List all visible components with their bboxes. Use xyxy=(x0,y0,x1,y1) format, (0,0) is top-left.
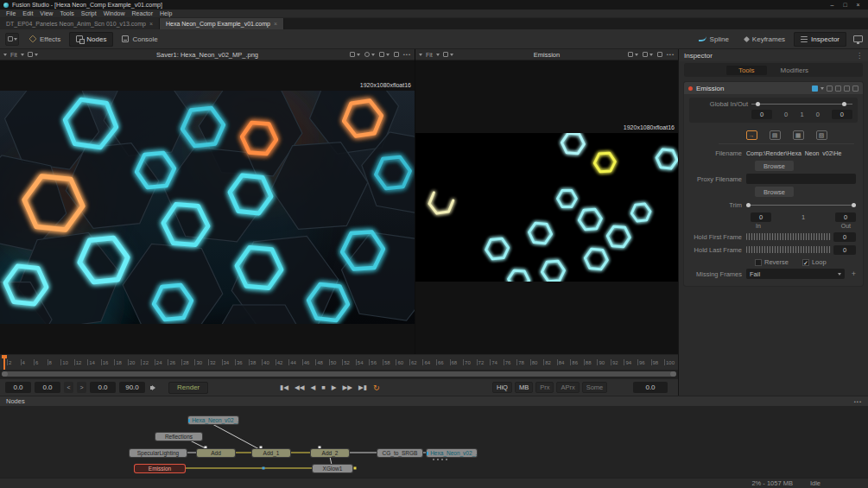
hold-last-field[interactable]: 0 xyxy=(833,245,856,255)
nodes-panel-menu-button[interactable]: ••• xyxy=(854,399,862,404)
comp-tab[interactable]: DT_EP04_Paneles Neon_Anim_Scn 010_v13.co… xyxy=(0,18,160,29)
node-canvas[interactable]: Hexa_Neon_v02_..ReflectionsSpecularLight… xyxy=(0,406,868,478)
lock-icon[interactable] xyxy=(827,86,833,92)
loop-button[interactable]: ↻ xyxy=(373,383,380,392)
add-modifier-button[interactable]: + xyxy=(852,269,856,278)
lut-select[interactable] xyxy=(364,51,375,58)
node-xglow1[interactable]: XGlow1 xyxy=(313,465,352,472)
print-icon[interactable] xyxy=(844,86,850,92)
tab-tools[interactable]: Tools xyxy=(726,66,767,75)
goto-start-button[interactable]: ▮◀ xyxy=(280,383,288,391)
maximize-button[interactable]: □ xyxy=(839,0,852,10)
zoom-select[interactable]: Fit xyxy=(10,52,17,58)
roi-button[interactable] xyxy=(657,52,662,57)
close-button[interactable]: × xyxy=(852,0,865,10)
node-section-header[interactable]: Emission xyxy=(684,82,863,94)
timeline-scrollbar-handle[interactable] xyxy=(2,371,676,377)
subtab-settings-icon[interactable]: ▧ xyxy=(816,130,827,140)
proxy-filename-field[interactable] xyxy=(746,174,856,184)
stop-button[interactable]: ■ xyxy=(321,383,326,391)
timeline-scrollbar[interactable] xyxy=(0,370,678,378)
inspector-menu-icon[interactable]: ⋮ xyxy=(856,52,863,60)
toolbar-nodes-button[interactable]: Nodes xyxy=(69,32,113,47)
node-hexa-neon-v02-[interactable]: Hexa_Neon_v02_.. xyxy=(427,449,477,457)
menu-item-script[interactable]: Script xyxy=(78,10,100,18)
menu-item-edit[interactable]: Edit xyxy=(19,10,36,18)
hold-first-field[interactable]: 0 xyxy=(833,232,856,242)
step-back-button[interactable]: < xyxy=(64,382,73,393)
trim-slider[interactable] xyxy=(746,201,856,208)
quality-mb-toggle[interactable]: MB xyxy=(515,382,533,393)
reset-icon[interactable] xyxy=(852,86,858,92)
node-connector[interactable] xyxy=(263,467,265,470)
pencil-icon[interactable] xyxy=(835,86,841,92)
fast-forward-button[interactable]: ▶▶ xyxy=(343,383,353,391)
tab-modifiers[interactable]: Modifiers xyxy=(769,66,820,75)
node-add-1[interactable]: Add_1 xyxy=(252,449,290,457)
dual-monitor-icon[interactable] xyxy=(853,35,863,42)
menu-item-window[interactable]: Window xyxy=(100,10,129,18)
zoom-select[interactable]: Fit xyxy=(426,52,433,58)
range-end-field[interactable]: 90.0 xyxy=(119,382,145,393)
play-reverse-button[interactable]: ◀ xyxy=(310,383,315,391)
viewer-menu-caret-icon[interactable] xyxy=(3,54,7,58)
grid-select[interactable] xyxy=(379,51,390,58)
audio-speaker-icon[interactable] xyxy=(150,385,158,390)
filename-value[interactable]: Comp:\Render\Hexa_Neon_v02\He xyxy=(746,150,842,156)
subview-select[interactable] xyxy=(443,51,453,58)
render-start-field[interactable]: 0.0 xyxy=(5,382,31,393)
step-forward-button[interactable]: > xyxy=(77,382,86,393)
current-frame-field[interactable]: 0.0 xyxy=(633,382,668,393)
subtab-format-icon[interactable]: ▦ xyxy=(793,130,804,140)
menu-item-tools[interactable]: Tools xyxy=(56,10,77,18)
quality-prx-toggle[interactable]: Prx xyxy=(535,382,554,393)
loop-checkbox[interactable]: ✓ Loop xyxy=(802,258,827,266)
zoom-caret-icon[interactable] xyxy=(436,54,440,58)
tab-close-icon[interactable]: × xyxy=(274,21,277,27)
playhead-marker[interactable] xyxy=(3,355,5,370)
timeline-ruler[interactable]: 2468101214161820222426283032343638404244… xyxy=(0,354,678,370)
render-end-field[interactable]: 0.0 xyxy=(35,382,60,393)
toolbar-options-button[interactable] xyxy=(5,33,19,46)
menu-item-help[interactable]: Help xyxy=(156,10,175,18)
tab-close-icon[interactable]: × xyxy=(149,21,153,27)
node-specularlighting[interactable]: SpecularLighting xyxy=(130,449,187,457)
trim-in-field[interactable]: 0 xyxy=(751,212,771,222)
node-add[interactable]: Add xyxy=(197,449,235,457)
render-button[interactable]: Render xyxy=(168,382,208,394)
checkbox-box[interactable]: ✓ xyxy=(802,259,809,266)
hold-last-thumbwheel[interactable] xyxy=(746,246,831,253)
viewer-menu-button[interactable]: ••• xyxy=(667,52,675,57)
quality-aprx-toggle[interactable]: APrx xyxy=(556,382,579,393)
channel-select[interactable] xyxy=(628,51,638,58)
roi-button[interactable] xyxy=(394,52,399,57)
toolbar-spline-button[interactable]: Spline xyxy=(692,32,736,47)
toolbar-inspector-button[interactable]: Inspector xyxy=(794,32,846,47)
menu-item-view[interactable]: View xyxy=(36,10,56,18)
subview-select[interactable] xyxy=(28,51,38,58)
node-cg-to-srgb[interactable]: CG_to_SRGB xyxy=(377,449,422,457)
toolbar-keyframes-button[interactable]: Keyframes xyxy=(738,32,792,47)
global-out-handle[interactable] xyxy=(842,102,846,106)
subtab-file-icon[interactable]: → xyxy=(746,130,757,140)
viewer-right-canvas[interactable]: 1920x1080xfloat16 xyxy=(415,60,678,354)
node-hexa-neon-v02-[interactable]: Hexa_Neon_v02_.. xyxy=(188,416,238,424)
checkbox-box[interactable] xyxy=(755,259,762,266)
node-color-swatch[interactable] xyxy=(812,86,818,92)
toolbar-effects-button[interactable]: Effects xyxy=(22,32,67,47)
goto-end-button[interactable]: ▶▮ xyxy=(358,383,367,391)
node-connector[interactable] xyxy=(354,467,357,470)
global-in-field[interactable]: 0 xyxy=(751,110,772,119)
fast-rewind-button[interactable]: ◀◀ xyxy=(295,383,305,391)
play-button[interactable]: ▶ xyxy=(332,383,337,391)
missing-frames-dropdown[interactable]: Fail xyxy=(746,269,845,279)
channel-select[interactable] xyxy=(350,51,360,58)
global-in-handle[interactable] xyxy=(756,102,760,106)
global-in-out-slider[interactable] xyxy=(751,101,852,108)
grid-select[interactable] xyxy=(643,51,653,58)
viewer-menu-button[interactable]: ••• xyxy=(403,52,411,57)
node-add-2[interactable]: Add_2 xyxy=(311,449,349,457)
subtab-import-icon[interactable]: ▤ xyxy=(770,130,781,140)
minimize-button[interactable]: – xyxy=(826,0,839,10)
trim-out-field[interactable]: 0 xyxy=(835,212,856,222)
